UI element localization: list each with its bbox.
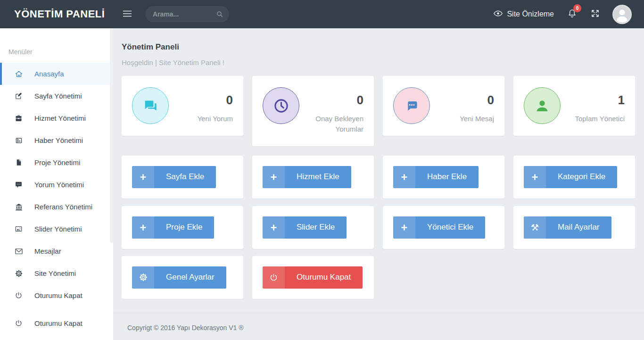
site-preview-link[interactable]: Site Önizleme: [493, 10, 554, 19]
actions-row-1: Sayfa Ekle Hizmet Ekle Haber Ekle Katego…: [113, 156, 644, 199]
plus-icon: [524, 166, 546, 188]
stat-value: 0: [303, 93, 363, 108]
action-card: Oturumu Kapat: [252, 256, 374, 299]
tools-icon: ⚒: [524, 216, 546, 239]
sidebar-item-anasayfa[interactable]: Anasayfa: [0, 63, 113, 85]
slider-ekle-button[interactable]: Slider Ekle: [263, 216, 347, 239]
sidebar-item-oturumu-kapat-2[interactable]: Oturumu Kapat: [0, 312, 113, 334]
expand-icon: [590, 8, 600, 20]
sidebar-item-label: Hizmet Yönetimi: [34, 114, 86, 122]
sidebar-item-proje-yonetimi[interactable]: Proje Yönetimi: [0, 151, 113, 174]
notifications-button[interactable]: 0: [567, 8, 577, 20]
comments-icon: [132, 87, 169, 124]
sidebar-item-label: Slider Yönetimi: [34, 225, 82, 233]
genel-ayarlar-button[interactable]: Genel Ayarlar: [132, 266, 226, 289]
sayfa-ekle-button[interactable]: Sayfa Ekle: [132, 166, 216, 188]
stat-value: 0: [198, 93, 233, 108]
sidebar-item-label: Referans Yönetimi: [34, 203, 92, 211]
actions-row-3: Genel Ayarlar Oturumu Kapat: [113, 256, 644, 299]
gear-icon: [14, 269, 23, 278]
page-header: Yönetim Paneli Hoşgeldin | Site Yönetim …: [113, 28, 644, 66]
sidebar-item-label: Yorum Yönetimi: [34, 181, 84, 189]
plus-icon: [393, 166, 415, 188]
plus-icon: [132, 166, 154, 188]
sidebar-item-label: Proje Yönetimi: [34, 158, 80, 166]
envelope-icon: [14, 248, 23, 255]
avatar-person-icon: [613, 6, 631, 23]
action-card: Proje Ekle: [122, 206, 243, 249]
mail-ayarlar-button[interactable]: ⚒ Mail Ayarlar: [524, 216, 611, 239]
hizmet-ekle-button[interactable]: Hizmet Ekle: [263, 166, 351, 188]
sidebar-menu: Anasayfa Sayfa Yönetimi Hizmet Yönetimi …: [0, 63, 113, 334]
comment-icon: [14, 181, 23, 189]
user-avatar[interactable]: [612, 5, 632, 24]
stat-card-onay-bekleyen: 0 Onay Bekleyen Yorumlar: [252, 76, 374, 146]
stat-card-yeni-yorum: 0 Yeni Yorum: [122, 76, 243, 136]
actions-row-2: Proje Ekle Slider Ekle Yönetici Ekle ⚒ M…: [113, 206, 644, 249]
main-content: Yönetim Paneli Hoşgeldin | Site Yönetim …: [113, 28, 644, 340]
home-icon: [14, 70, 23, 78]
file-icon: [14, 158, 23, 166]
plus-icon: [263, 166, 285, 188]
oturumu-kapat-button[interactable]: Oturumu Kapat: [263, 266, 363, 289]
kategori-ekle-button[interactable]: Kategori Ekle: [524, 166, 617, 188]
sidebar-item-label: Site Yönetimi: [34, 269, 76, 277]
sidebar-toggle-button[interactable]: [120, 8, 135, 21]
plus-icon: [393, 216, 415, 239]
stats-row: 0 Yeni Yorum 0 Onay Bekleyen Yorumlar: [113, 76, 644, 146]
stat-card-toplam-yonetici: 1 Toplam Yönetici: [513, 76, 635, 136]
sidebar-item-referans-yonetimi[interactable]: Referans Yönetimi: [0, 196, 113, 218]
search-box: [145, 6, 229, 22]
sidebar-item-mesajlar[interactable]: Mesajlar: [0, 240, 113, 262]
brand-title: YÖNETİM PANELİ: [0, 8, 113, 20]
sidebar-item-label: Oturumu Kapat: [34, 319, 83, 327]
image-icon: [14, 225, 23, 233]
page-subtitle: Hoşgeldin | Site Yönetim Paneli !: [122, 58, 636, 66]
power-icon: [14, 319, 23, 327]
sidebar-section-label: Menüler: [0, 28, 113, 56]
copyright-text: Copyrigt © 2016 Yapı Dekorasyon V1 ®: [127, 324, 244, 332]
sidebar-scrollbar[interactable]: [110, 28, 113, 243]
fullscreen-button[interactable]: [590, 8, 600, 20]
stat-value: 0: [460, 93, 494, 108]
proje-ekle-button[interactable]: Proje Ekle: [132, 216, 214, 239]
action-card: Genel Ayarlar: [122, 256, 243, 299]
plus-icon: [263, 216, 285, 239]
stat-label: Yeni Yorum: [198, 114, 233, 124]
stat-label: Onay Bekleyen Yorumlar: [303, 114, 363, 134]
sidebar-item-label: Sayfa Yönetimi: [34, 92, 82, 100]
sidebar-item-haber-yonetimi[interactable]: Haber Yönetimi: [0, 129, 113, 151]
stat-label: Toplam Yönetici: [575, 114, 625, 124]
sidebar-item-label: Mesajlar: [34, 247, 61, 255]
stat-value: 1: [575, 93, 625, 108]
newspaper-icon: [14, 136, 23, 145]
action-card: Sayfa Ekle: [122, 156, 243, 199]
yonetici-ekle-button[interactable]: Yönetici Ekle: [393, 216, 485, 239]
sidebar-item-slider-yonetimi[interactable]: Slider Yönetimi: [0, 218, 113, 240]
sidebar-item-oturumu-kapat[interactable]: Oturumu Kapat: [0, 284, 113, 307]
person-icon: [524, 87, 561, 124]
sidebar-item-sayfa-yonetimi[interactable]: Sayfa Yönetimi: [0, 85, 113, 107]
search-submit-button[interactable]: [216, 10, 223, 19]
power-icon: [263, 266, 285, 289]
action-card: Haber Ekle: [383, 156, 504, 199]
edit-icon: [14, 92, 23, 100]
bank-icon: [14, 203, 23, 211]
site-preview-label: Site Önizleme: [507, 10, 554, 18]
sidebar-item-hizmet-yonetimi[interactable]: Hizmet Yönetimi: [0, 107, 113, 129]
sidebar-item-label: Oturumu Kapat: [34, 291, 83, 299]
briefcase-icon: [14, 114, 23, 122]
haber-ekle-button[interactable]: Haber Ekle: [393, 166, 479, 188]
power-icon: [14, 291, 23, 299]
sidebar-item-site-yonetimi[interactable]: Site Yönetimi: [0, 262, 113, 284]
stat-card-yeni-mesaj: 0 Yeni Mesaj: [383, 76, 504, 136]
sidebar-item-yorum-yonetimi[interactable]: Yorum Yönetimi: [0, 174, 113, 196]
gear-icon: [132, 266, 154, 289]
action-card: Yönetici Ekle: [383, 206, 504, 249]
action-card: Hizmet Ekle: [252, 156, 374, 199]
eye-icon: [493, 10, 503, 19]
plus-icon: [132, 216, 154, 239]
search-icon: [216, 10, 223, 19]
action-card: ⚒ Mail Ayarlar: [513, 206, 635, 249]
header-right-cluster: Site Önizleme 0: [493, 5, 644, 24]
